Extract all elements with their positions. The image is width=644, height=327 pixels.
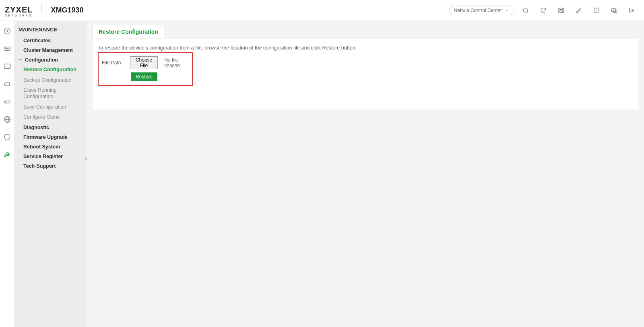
sidebar-item-diagnostic[interactable]: Diagnostic bbox=[14, 123, 87, 132]
svg-point-0 bbox=[523, 8, 528, 12]
tab-restore-configuration[interactable]: Restore Configuration bbox=[93, 25, 164, 38]
brand-logo: ZYXEL NETWORKS bbox=[5, 6, 33, 17]
topbar: ZYXEL NETWORKS XMG1930 Nebula Control Ce… bbox=[0, 0, 644, 21]
security-icon[interactable] bbox=[3, 133, 12, 142]
sidebar-subitem-save-configuration[interactable]: Save Configuration bbox=[14, 102, 87, 113]
svg-rect-7 bbox=[613, 10, 617, 12]
arrow-right-icon: → bbox=[504, 8, 509, 13]
sidebar-item-cluster-management[interactable]: Cluster Management bbox=[14, 45, 87, 55]
model-name: XMG1930 bbox=[51, 6, 83, 14]
ncc-label: Nebula Control Center bbox=[454, 8, 502, 13]
cloud-icon[interactable] bbox=[3, 80, 12, 88]
svg-rect-3 bbox=[560, 10, 562, 12]
switching-icon[interactable] bbox=[3, 97, 12, 106]
system-icon[interactable] bbox=[3, 62, 12, 71]
panel: To restore the device's configuration fr… bbox=[93, 38, 638, 111]
file-status-text: No file chosen bbox=[164, 57, 189, 68]
file-path-label: File Path bbox=[102, 60, 124, 66]
maintenance-icon[interactable] bbox=[3, 150, 12, 159]
svg-line-1 bbox=[527, 12, 528, 13]
sidebar: MAINTENANCE Certificates Cluster Managem… bbox=[14, 21, 87, 327]
save-icon[interactable] bbox=[557, 6, 565, 14]
help-icon[interactable]: ? bbox=[592, 6, 601, 14]
sidebar-subitem-erase-running-configuration[interactable]: Erase Running Configuration bbox=[14, 85, 87, 102]
search-icon[interactable] bbox=[522, 6, 530, 14]
restore-form-highlight: File Path Choose File No file chosen Res… bbox=[98, 52, 193, 86]
tab-row: Restore Configuration bbox=[93, 25, 638, 38]
minus-icon: − bbox=[19, 57, 23, 63]
logout-icon[interactable] bbox=[628, 6, 636, 14]
sidebar-subitem-configure-clone[interactable]: Configure Clone bbox=[14, 112, 87, 123]
sidebar-item-tech-support[interactable]: Tech-Support bbox=[14, 161, 87, 171]
networking-icon[interactable] bbox=[3, 115, 12, 124]
restore-button[interactable]: Restore bbox=[131, 72, 157, 81]
tools-icon[interactable] bbox=[575, 6, 583, 14]
brand-divider bbox=[41, 4, 42, 12]
sidebar-item-label: Configuration bbox=[25, 57, 58, 63]
topbar-icons: ? bbox=[522, 6, 639, 14]
sidebar-item-reboot-system[interactable]: Reboot System bbox=[14, 142, 87, 152]
sidebar-item-service-register[interactable]: Service Register bbox=[14, 152, 87, 161]
sidebar-item-configuration[interactable]: − Configuration bbox=[14, 55, 87, 65]
sidebar-title: MAINTENANCE bbox=[14, 24, 87, 36]
brand-sub: NETWORKS bbox=[5, 14, 33, 17]
sidebar-subitem-backup-configuration[interactable]: Backup Configuration bbox=[14, 75, 87, 86]
choose-file-button[interactable]: Choose File bbox=[130, 56, 158, 69]
sidebar-item-certificates[interactable]: Certificates bbox=[14, 36, 87, 45]
refresh-icon[interactable] bbox=[539, 6, 547, 14]
sidebar-subitem-restore-configuration[interactable]: Restore Configuration bbox=[14, 65, 87, 75]
svg-text:?: ? bbox=[596, 8, 597, 12]
dashboard-icon[interactable] bbox=[3, 27, 12, 35]
nebula-control-center-button[interactable]: Nebula Control Center → bbox=[449, 6, 514, 15]
file-path-row: File Path Choose File No file chosen bbox=[102, 56, 189, 69]
content-area: Restore Configuration To restore the dev… bbox=[87, 21, 644, 327]
forum-icon[interactable] bbox=[610, 6, 618, 14]
svg-rect-12 bbox=[4, 64, 10, 68]
instruction-text: To restore the device's configuration fr… bbox=[98, 45, 633, 51]
brand-block: ZYXEL NETWORKS XMG1930 bbox=[5, 4, 84, 17]
icon-rail bbox=[0, 21, 14, 327]
monitor-icon[interactable] bbox=[3, 44, 12, 53]
brand-main: ZYXEL bbox=[5, 6, 33, 14]
sidebar-item-firmware-upgrade[interactable]: Firmware Upgrade bbox=[14, 132, 87, 142]
